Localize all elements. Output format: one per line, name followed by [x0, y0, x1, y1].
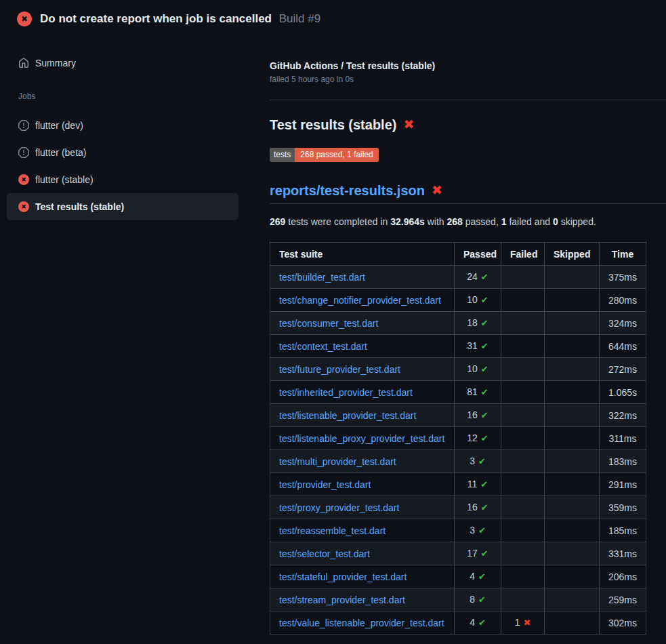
- skipped-cell: [545, 542, 600, 565]
- suite-link[interactable]: test/listenable_proxy_provider_test.dart: [279, 433, 444, 444]
- time-cell: 206ms: [600, 565, 646, 588]
- passed-cell: 8✔: [455, 588, 501, 611]
- passed-cell: 10✔: [455, 358, 501, 381]
- failed-cell: ✖: [501, 565, 545, 588]
- suite-link[interactable]: test/builder_test.dart: [279, 272, 365, 283]
- check-icon: ✔: [481, 364, 488, 374]
- suite-link[interactable]: test/stateful_provider_test.dart: [279, 571, 407, 582]
- header-test-suite: Test suite: [270, 243, 455, 266]
- failed-cell: ✖: [501, 588, 545, 611]
- header-passed: Passed: [455, 243, 501, 266]
- suite-link[interactable]: test/consumer_test.dart: [279, 318, 378, 329]
- stop-icon: [18, 120, 29, 131]
- suite-link[interactable]: test/context_test.dart: [279, 341, 367, 352]
- failed-x-icon: ✖: [403, 117, 414, 133]
- badge-label: tests: [270, 148, 295, 162]
- suite-cell: test/provider_test.dart: [270, 473, 455, 496]
- failed-cell: ✖: [501, 450, 545, 473]
- sidebar-item-summary[interactable]: Summary: [7, 49, 238, 77]
- suite-link[interactable]: test/reassemble_test.dart: [279, 525, 386, 536]
- suite-cell: test/selector_test.dart: [270, 542, 455, 565]
- table-row: test/listenable_provider_test.dart 16✔ ✖…: [270, 404, 646, 427]
- check-icon: ✔: [478, 595, 486, 605]
- build-number: Build #9: [279, 12, 320, 25]
- report-file-heading: reports/test-results.json ✖: [270, 182, 666, 204]
- time-cell: 331ms: [600, 542, 646, 565]
- sidebar-job-label: flutter (stable): [35, 174, 93, 185]
- failed-cell: ✖: [501, 404, 545, 427]
- skipped-cell: [545, 450, 600, 473]
- passed-cell: 3✔: [455, 450, 501, 473]
- failed-cell: ✖: [501, 496, 545, 519]
- table-row: test/multi_provider_test.dart 3✔ ✖ 183ms: [270, 450, 646, 473]
- check-run-title-text: Test results (stable): [270, 117, 396, 133]
- suite-link[interactable]: test/provider_test.dart: [279, 479, 371, 490]
- suite-link[interactable]: test/selector_test.dart: [279, 548, 370, 559]
- sidebar-job-item[interactable]: ✖ flutter (dev): [7, 112, 238, 139]
- table-row: test/proxy_provider_test.dart 16✔ ✖ 359m…: [270, 496, 646, 519]
- suite-link[interactable]: test/change_notifier_provider_test.dart: [279, 295, 441, 306]
- check-icon: ✔: [481, 410, 488, 420]
- passed-cell: 4✔: [455, 565, 501, 588]
- suite-cell: test/stateful_provider_test.dart: [270, 565, 455, 588]
- table-header-row: Test suite Passed Failed Skipped Time: [270, 243, 646, 266]
- passed-cell: 17✔: [455, 542, 501, 565]
- time-cell: 280ms: [600, 289, 646, 312]
- table-row: test/listenable_proxy_provider_test.dart…: [270, 427, 646, 450]
- jobs-section-label: Jobs: [18, 92, 238, 101]
- time-cell: 272ms: [600, 358, 646, 381]
- report-file-link[interactable]: reports/test-results.json: [270, 182, 425, 199]
- suite-link[interactable]: test/listenable_provider_test.dart: [279, 410, 416, 421]
- skipped-cell: [545, 312, 600, 335]
- results-table-body: test/builder_test.dart 24✔ ✖ 375ms test/…: [270, 266, 646, 635]
- sidebar-job-item[interactable]: ✖ flutter (beta): [7, 139, 238, 166]
- check-icon: ✔: [481, 387, 488, 397]
- time-cell: 185ms: [600, 519, 646, 542]
- time-cell: 259ms: [600, 588, 646, 611]
- suite-cell: test/inherited_provider_test.dart: [270, 381, 455, 404]
- passed-cell: 10✔: [455, 289, 501, 312]
- suite-link[interactable]: test/multi_provider_test.dart: [279, 456, 396, 467]
- passed-cell: 4✔: [455, 611, 501, 635]
- status-line: failed 5 hours ago in 0s: [270, 75, 666, 84]
- x-circle-fill-icon: ✖: [18, 174, 29, 185]
- passed-cell: 31✔: [455, 335, 501, 358]
- check-icon: ✔: [481, 295, 488, 305]
- skipped-cell: [545, 266, 600, 289]
- suite-link[interactable]: test/value_listenable_provider_test.dart: [279, 618, 444, 628]
- table-row: test/reassemble_test.dart 3✔ ✖ 185ms: [270, 519, 646, 542]
- sidebar-job-item[interactable]: ✖ flutter (stable): [7, 166, 238, 193]
- suite-cell: test/change_notifier_provider_test.dart: [270, 289, 455, 312]
- header-time: Time: [600, 243, 646, 266]
- suite-link[interactable]: test/inherited_provider_test.dart: [279, 387, 413, 398]
- suite-cell: test/listenable_proxy_provider_test.dart: [270, 427, 455, 450]
- failed-cell: ✖: [501, 289, 545, 312]
- table-row: test/stream_provider_test.dart 8✔ ✖ 259m…: [270, 588, 646, 611]
- skipped-cell: [545, 404, 600, 427]
- stop-icon: [18, 147, 29, 158]
- suite-link[interactable]: test/stream_provider_test.dart: [279, 595, 405, 605]
- check-icon: ✔: [481, 272, 488, 282]
- skipped-cell: [545, 381, 600, 404]
- skipped-cell: [545, 473, 600, 496]
- skipped-cell: [545, 565, 600, 588]
- check-icon: ✔: [478, 525, 486, 536]
- header-failed: Failed: [501, 243, 545, 266]
- failed-cell: ✖: [501, 427, 545, 450]
- suite-cell: test/future_provider_test.dart: [270, 358, 455, 381]
- sidebar-job-item[interactable]: ✖ Test results (stable): [7, 193, 238, 220]
- table-row: test/value_listenable_provider_test.dart…: [270, 611, 646, 635]
- x-circle-fill-icon: ✖: [18, 201, 29, 212]
- table-row: test/consumer_test.dart 18✔ ✖ 324ms: [270, 312, 646, 335]
- skipped-cell: [545, 358, 600, 381]
- section-divider: [270, 100, 666, 100]
- failed-cell: ✖: [501, 542, 545, 565]
- suite-link[interactable]: test/future_provider_test.dart: [279, 364, 400, 375]
- table-row: test/stateful_provider_test.dart 4✔ ✖ 20…: [270, 565, 646, 588]
- passed-cell: 3✔: [455, 519, 501, 542]
- check-icon: ✔: [481, 433, 488, 443]
- time-cell: 302ms: [600, 611, 646, 635]
- check-icon: ✔: [481, 318, 488, 328]
- failed-cell: 1✖: [501, 611, 545, 635]
- suite-link[interactable]: test/proxy_provider_test.dart: [279, 502, 399, 513]
